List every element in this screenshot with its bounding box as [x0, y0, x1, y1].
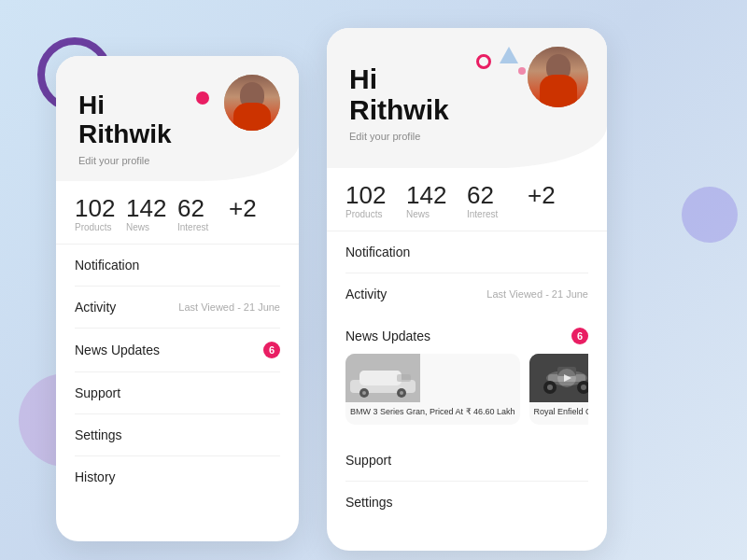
news-updates-section: News Updates 6 BMW: [327, 315, 607, 440]
decor-tri-blue-r: [500, 47, 518, 63]
right-stat-news-label: News: [406, 209, 430, 219]
right-menu-label-support: Support: [345, 453, 391, 468]
edit-profile-link[interactable]: Edit your profile: [78, 155, 276, 166]
svg-point-12: [547, 385, 553, 390]
right-news-badge: 6: [571, 328, 588, 344]
news-updates-header: News Updates 6: [345, 315, 588, 354]
svg-point-4: [362, 391, 366, 395]
svg-point-14: [581, 385, 586, 390]
stat-products-label: Products: [75, 222, 111, 232]
menu-meta-activity: Last Viewed - 21 June: [178, 301, 280, 313]
decor-dot-pink-sm: [518, 67, 526, 75]
decor-dot-red-outline: [476, 54, 491, 69]
news-updates-badge: 6: [263, 342, 280, 358]
greeting-name: Rithwik: [78, 119, 172, 148]
svg-point-6: [400, 391, 403, 395]
right-stat-products-label: Products: [345, 209, 382, 219]
menu-label-support: Support: [75, 385, 120, 400]
stat-interest-label: Interest: [177, 222, 208, 232]
right-greeting-name: Rithwik: [349, 94, 449, 125]
avatar[interactable]: [224, 75, 280, 131]
right-card-header: Hi Rithwik Edit your profile: [327, 28, 607, 168]
news-cards-container: BMW 3 Series Gran, Priced At ₹ 46.60 Lak…: [345, 354, 588, 425]
left-card-header: Hi Rithwik Edit your profile: [56, 56, 299, 181]
news-card-bmw[interactable]: BMW 3 Series Gran, Priced At ₹ 46.60 Lak…: [345, 354, 520, 425]
right-avatar[interactable]: [528, 47, 588, 107]
right-stat-extra-value: +2: [528, 183, 556, 207]
menu-item-activity[interactable]: Activity Last Viewed - 21 June: [75, 287, 280, 329]
stat-extra: +2: [229, 196, 280, 232]
right-menu-label-activity: Activity: [345, 287, 387, 301]
menu-item-notification[interactable]: Notification: [75, 245, 280, 287]
right-greeting-hi: Hi: [349, 63, 377, 94]
stat-news: 142 News: [126, 196, 177, 232]
news-card-enfield[interactable]: Royal Enfield Classic 500 Pegasus Editio…: [529, 354, 588, 425]
right-menu-support[interactable]: Support: [345, 440, 588, 482]
stat-products-value: 102: [75, 196, 115, 220]
right-menu-label-notification: Notification: [345, 245, 410, 259]
bg-decor-circle-blue: [682, 187, 738, 243]
right-menu-notification[interactable]: Notification: [345, 231, 588, 273]
right-menu-list: Notification Activity Last Viewed - 21 J…: [327, 231, 607, 315]
right-menu-settings[interactable]: Settings: [345, 482, 588, 523]
right-stats-row: 102 Products 142 News 62 Interest +2: [327, 168, 607, 231]
menu-label-notification: Notification: [75, 258, 139, 273]
news-caption-bmw: BMW 3 Series Gran, Priced At ₹ 46.60 Lak…: [345, 402, 520, 425]
right-stat-news-value: 142: [406, 183, 446, 207]
right-stat-products: 102 Products: [345, 183, 406, 219]
right-edit-profile[interactable]: Edit your profile: [349, 131, 585, 142]
right-stat-news: 142 News: [406, 183, 467, 219]
right-avatar-image: [528, 47, 588, 107]
svg-rect-2: [359, 371, 402, 385]
left-card: Hi Rithwik Edit your profile 102 Product…: [56, 56, 299, 541]
menu-item-history[interactable]: History: [75, 456, 280, 497]
right-stat-interest-label: Interest: [467, 209, 498, 219]
stat-interest-value: 62: [177, 196, 204, 220]
news-img-enfield: [529, 354, 588, 402]
svg-rect-7: [397, 374, 411, 382]
stats-row: 102 Products 142 News 62 Interest +2: [56, 181, 299, 245]
left-menu-list: Notification Activity Last Viewed - 21 J…: [56, 245, 299, 497]
menu-item-news-updates[interactable]: News Updates 6: [75, 329, 280, 372]
right-card: Hi Rithwik Edit your profile 102 Product…: [327, 28, 607, 551]
decor-dot-red: [196, 91, 209, 105]
stat-products: 102 Products: [75, 196, 126, 232]
news-img-bmw: [345, 354, 420, 402]
right-stat-interest-value: 62: [467, 183, 494, 207]
news-updates-title: News Updates: [345, 329, 430, 343]
stat-interest: 62 Interest: [177, 196, 229, 232]
right-menu-meta-activity: Last Viewed - 21 June: [486, 288, 588, 300]
avatar-image: [224, 75, 280, 131]
menu-item-support[interactable]: Support: [75, 372, 280, 414]
news-caption-enfield: Royal Enfield Classic 500 Pegasus Editio…: [529, 402, 588, 425]
menu-label-history: History: [75, 469, 116, 484]
right-menu-activity[interactable]: Activity Last Viewed - 21 June: [345, 273, 588, 315]
menu-label-settings: Settings: [75, 427, 122, 442]
right-stat-products-value: 102: [345, 183, 386, 207]
stat-news-value: 142: [126, 196, 166, 220]
right-stat-interest: 62 Interest: [467, 183, 528, 219]
greeting-hi: Hi: [78, 91, 105, 119]
menu-item-settings[interactable]: Settings: [75, 414, 280, 456]
right-menu-label-settings: Settings: [345, 495, 393, 510]
menu-label-activity: Activity: [75, 300, 116, 315]
menu-label-news-updates: News Updates: [75, 343, 160, 357]
stat-news-label: News: [126, 222, 149, 232]
right-bottom-menu: Support Settings: [327, 440, 607, 523]
stat-extra-value: +2: [229, 196, 257, 220]
right-stat-extra: +2: [528, 183, 588, 219]
